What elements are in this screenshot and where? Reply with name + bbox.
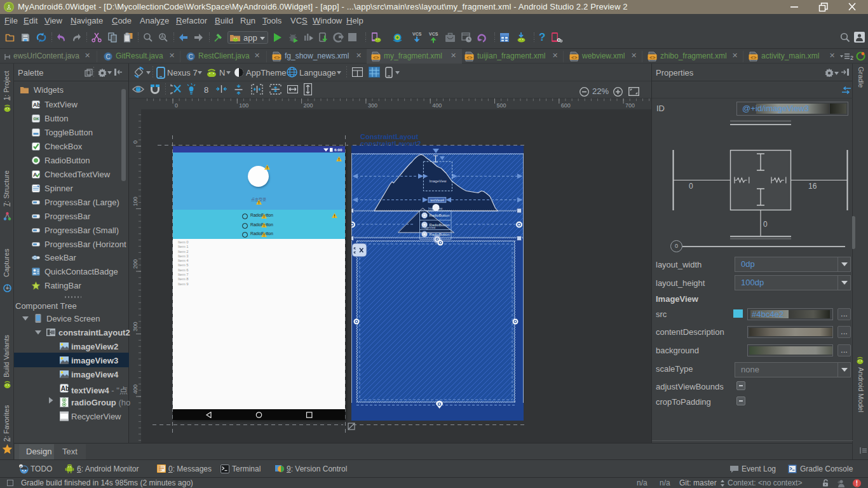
svg-text:200: 200: [304, 102, 313, 109]
svg-text:e: e: [20, 464, 22, 468]
svg-text:300: 300: [132, 322, 139, 331]
svg-text:textView4: textView4: [430, 198, 444, 202]
svg-text:0: 0: [763, 220, 768, 229]
svg-text:RadioButton: RadioButton: [430, 233, 450, 236]
svg-text:2: 2: [850, 55, 853, 61]
svg-text:600: 600: [561, 102, 571, 109]
svg-text:100: 100: [239, 102, 248, 109]
svg-text:700: 700: [625, 102, 635, 109]
svg-text:VCS: VCS: [429, 32, 438, 36]
svg-text:400: 400: [432, 102, 442, 109]
svg-text:ImageView: ImageView: [421, 226, 436, 229]
svg-text:200: 200: [132, 259, 139, 269]
svg-text:<>: <>: [466, 55, 473, 60]
svg-text:400: 400: [132, 384, 139, 394]
svg-text:C: C: [105, 53, 110, 60]
svg-text:Ab: Ab: [33, 102, 40, 108]
svg-text:ImageView: ImageView: [429, 179, 446, 183]
svg-text:16: 16: [808, 182, 817, 191]
svg-text:6:00: 6:00: [334, 147, 342, 152]
svg-text:<>: <>: [274, 55, 280, 60]
svg-text:300: 300: [368, 102, 377, 109]
svg-text:<>: <>: [649, 55, 656, 60]
svg-text:<>: <>: [373, 55, 379, 60]
svg-text:C: C: [188, 53, 193, 60]
svg-text:<>: <>: [750, 55, 757, 60]
svg-text:0: 0: [132, 140, 139, 144]
svg-text:VCS: VCS: [412, 32, 422, 36]
svg-text:500: 500: [497, 102, 506, 109]
svg-text:<>: <>: [571, 55, 578, 60]
svg-text:100: 100: [132, 196, 139, 206]
svg-text:0: 0: [175, 102, 178, 109]
svg-text:Ab: Ab: [61, 385, 69, 392]
svg-text:RadioButton: RadioButton: [430, 214, 450, 217]
svg-text:0: 0: [689, 182, 693, 191]
svg-text:OK: OK: [34, 117, 40, 121]
